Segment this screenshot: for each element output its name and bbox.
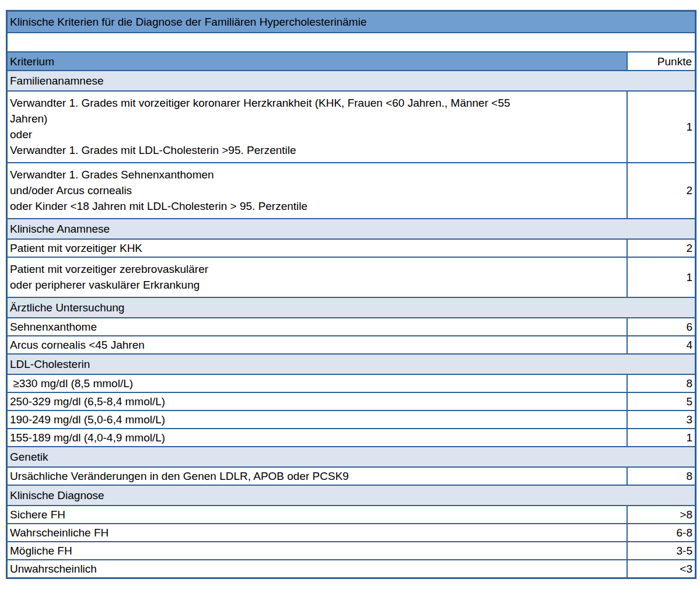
spacer-cell [7, 33, 696, 52]
section-header-row: Klinische Anamnese [7, 219, 696, 239]
points-cell: 1 [627, 91, 696, 163]
column-header-kriterium: Kriterium [7, 52, 627, 71]
criterion-cell: 155-189 mg/dl (4,0-4,9 mmol/L) [7, 429, 627, 447]
table-row: Verwandter 1. Grades mit vorzeitiger kor… [7, 91, 696, 163]
table-row: Mögliche FH3-5 [7, 542, 696, 560]
criterion-cell: Sichere FH [7, 506, 627, 524]
table-row: 155-189 mg/dl (4,0-4,9 mmol/L)1 [7, 429, 696, 447]
points-cell: 5 [627, 392, 696, 410]
section-header: Ärztliche Untersuchung [7, 297, 696, 318]
criterion-cell: Verwandter 1. Grades Sehnenxanthomen und… [7, 163, 627, 219]
page: Klinische Kriterien für die Diagnose der… [0, 0, 700, 607]
points-cell: <3 [627, 560, 696, 578]
criterion-cell: Unwahrscheinlich [7, 560, 627, 578]
points-cell: 8 [627, 467, 696, 485]
points-cell: 4 [627, 336, 696, 354]
spacer-row [7, 33, 696, 52]
section-header-row: Ärztliche Untersuchung [7, 297, 696, 318]
section-header-row: Genetik [7, 447, 696, 467]
table-row: 190-249 mg/dl (5,0-6,4 mmol/L)3 [7, 410, 696, 429]
points-cell: 1 [627, 429, 696, 447]
table-title: Klinische Kriterien für die Diagnose der… [7, 11, 696, 33]
criterion-cell: Arcus cornealis <45 Jahren [7, 336, 627, 354]
points-cell: 3-5 [627, 542, 696, 560]
section-header: Klinische Anamnese [7, 219, 696, 239]
points-cell: 6-8 [627, 524, 696, 542]
title-row: Klinische Kriterien für die Diagnose der… [7, 11, 696, 33]
table-row: Verwandter 1. Grades Sehnenxanthomen und… [7, 163, 696, 219]
section-header-row: LDL-Cholesterin [7, 354, 696, 374]
points-cell: 1 [627, 257, 696, 297]
section-header: Genetik [7, 447, 696, 467]
section-header-row: Familienanamnese [7, 71, 696, 91]
column-header-row: Kriterium Punkte [7, 52, 696, 71]
criterion-cell: 190-249 mg/dl (5,0-6,4 mmol/L) [7, 410, 627, 429]
fh-criteria-table: Klinische Kriterien für die Diagnose der… [6, 10, 696, 579]
points-cell: 3 [627, 410, 696, 429]
criterion-cell: Verwandter 1. Grades mit vorzeitiger kor… [7, 91, 627, 163]
column-header-punkte: Punkte [627, 52, 696, 71]
table-row: Patient mit vorzeitiger zerebrovaskuläre… [7, 257, 696, 297]
section-header-row: Klinische Diagnose [7, 485, 696, 506]
criterion-cell: 250-329 mg/dl (6,5-8,4 mmol/L) [7, 392, 627, 410]
table-row: Arcus cornealis <45 Jahren4 [7, 336, 696, 354]
table-row: ≥330 mg/dl (8,5 mmol/L)8 [7, 374, 696, 392]
criterion-cell: Patient mit vorzeitiger zerebrovaskuläre… [7, 257, 627, 297]
section-header: Klinische Diagnose [7, 485, 696, 506]
table-row: Sehnenxanthome6 [7, 318, 696, 336]
points-cell: 2 [627, 239, 696, 257]
table-row: Patient mit vorzeitiger KHK2 [7, 239, 696, 257]
criterion-cell: Ursächliche Veränderungen in den Genen L… [7, 467, 627, 485]
table-row: Wahrscheinliche FH6-8 [7, 524, 696, 542]
points-cell: 6 [627, 318, 696, 336]
table-row: Unwahrscheinlich<3 [7, 560, 696, 578]
table-row: 250-329 mg/dl (6,5-8,4 mmol/L)5 [7, 392, 696, 410]
criterion-cell: Mögliche FH [7, 542, 627, 560]
criterion-cell: Sehnenxanthome [7, 318, 627, 336]
criterion-cell: Wahrscheinliche FH [7, 524, 627, 542]
criterion-cell: Patient mit vorzeitiger KHK [7, 239, 627, 257]
points-cell: 8 [627, 374, 696, 392]
table-row: Sichere FH>8 [7, 506, 696, 524]
criterion-cell: ≥330 mg/dl (8,5 mmol/L) [7, 374, 627, 392]
points-cell: 2 [627, 163, 696, 219]
points-cell: >8 [627, 506, 696, 524]
section-header: LDL-Cholesterin [7, 354, 696, 374]
section-header: Familienanamnese [7, 71, 696, 91]
table-row: Ursächliche Veränderungen in den Genen L… [7, 467, 696, 485]
